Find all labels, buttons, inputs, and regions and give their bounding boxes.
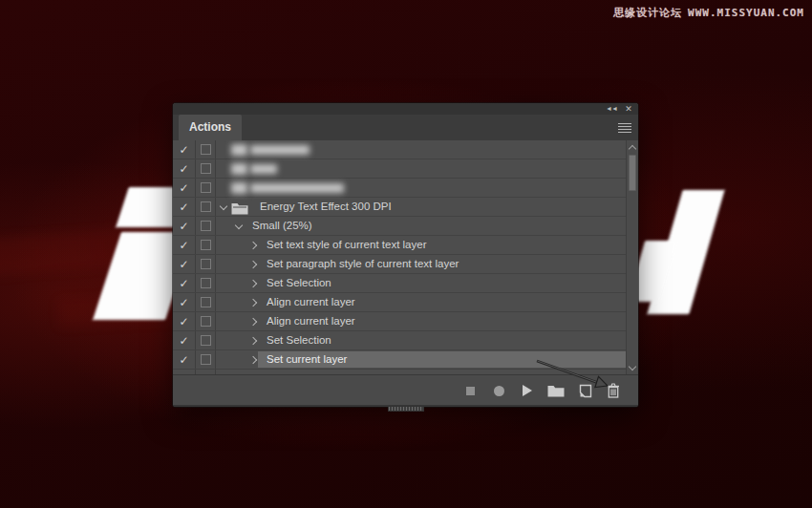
scrollbar-thumb[interactable]: [629, 155, 636, 191]
record-icon: [494, 386, 504, 396]
include-checkbox[interactable]: ✓: [173, 236, 196, 254]
check-icon: ✓: [179, 199, 188, 217]
command-row[interactable]: ✓Align current layer: [173, 312, 638, 331]
panel-titlebar[interactable]: ◄◄ ✕: [173, 103, 638, 115]
action-row[interactable]: ✓Small (25%): [173, 217, 638, 236]
row-content: Align current layer: [216, 293, 638, 311]
new-set-folder-icon: [547, 385, 565, 397]
row-label: Set current layer: [267, 350, 347, 369]
command-row[interactable]: ✓Set current layer: [173, 350, 638, 370]
action-set-row[interactable]: ✓Energy Text Effect 300 DPI: [173, 198, 638, 217]
collapse-to-icons-icon[interactable]: ◄◄: [604, 103, 619, 115]
play-button[interactable]: [518, 380, 537, 401]
dialog-toggle[interactable]: [196, 331, 216, 349]
row-label: Align current layer: [267, 293, 355, 311]
chevron-right-icon[interactable]: [249, 280, 257, 287]
chevron-down-icon[interactable]: [235, 222, 243, 229]
dialog-box-icon: [201, 354, 211, 365]
panel-bottom-edge[interactable]: [173, 405, 638, 407]
actions-panel: ◄◄ ✕ Actions ✓✓✓✓Energy Text Effect 300 …: [173, 103, 638, 407]
chevron-right-icon[interactable]: [249, 242, 257, 249]
dialog-toggle[interactable]: [196, 350, 216, 369]
dialog-toggle[interactable]: [196, 198, 216, 216]
include-checkbox[interactable]: ✓: [173, 140, 196, 159]
dialog-toggle[interactable]: [196, 293, 216, 311]
chevron-right-icon[interactable]: [249, 356, 257, 364]
check-icon: ✓: [179, 313, 188, 331]
new-action-button[interactable]: [575, 380, 594, 401]
scroll-down-icon[interactable]: [629, 363, 636, 370]
row-content: Set current layer: [216, 350, 638, 369]
include-checkbox[interactable]: ✓: [173, 198, 196, 216]
scrollbar[interactable]: [626, 140, 638, 374]
dialog-box-icon: [201, 316, 211, 327]
close-icon[interactable]: ✕: [622, 103, 635, 115]
resize-grip[interactable]: [388, 406, 424, 412]
chevron-down-icon[interactable]: [220, 202, 227, 210]
command-row[interactable]: ✓Set paragraph style of current text lay…: [173, 255, 638, 274]
command-row[interactable]: ✓Set Selection: [173, 274, 638, 293]
watermark-site-name: 思缘设计论坛: [613, 7, 682, 19]
actions-list: ✓✓✓✓Energy Text Effect 300 DPI✓Small (25…: [173, 140, 638, 374]
dialog-toggle[interactable]: [196, 140, 216, 159]
command-row[interactable]: ✓Set text style of current text layer: [173, 236, 638, 255]
include-checkbox[interactable]: ✓: [173, 179, 196, 197]
row-content: Set Selection: [216, 274, 638, 292]
command-row[interactable]: ✓Align current layer: [173, 293, 638, 312]
blurred-set-name: [250, 164, 277, 174]
stop-button[interactable]: [460, 380, 480, 401]
dialog-toggle[interactable]: [196, 255, 216, 273]
dialog-box-icon: [201, 201, 211, 212]
tab-actions[interactable]: Actions: [179, 115, 242, 140]
panel-tabbar: Actions: [173, 115, 638, 140]
panel-menu-icon[interactable]: [618, 123, 631, 133]
action-set-row[interactable]: ✓: [173, 179, 638, 198]
watermark: 思缘设计论坛WWW.MISSYUAN.COM: [613, 6, 804, 20]
blurred-set-name: [250, 145, 310, 155]
dialog-toggle[interactable]: [196, 274, 216, 292]
chevron-right-icon[interactable]: [249, 337, 257, 345]
dialog-toggle[interactable]: [196, 236, 216, 254]
include-checkbox[interactable]: ✓: [173, 217, 196, 235]
include-checkbox[interactable]: ✓: [173, 274, 196, 292]
blurred-set-icon: [231, 182, 247, 194]
dialog-box-icon: [201, 182, 211, 193]
include-checkbox[interactable]: ✓: [173, 312, 196, 330]
dialog-toggle[interactable]: [196, 217, 216, 235]
row-content: Set paragraph style of current text laye…: [216, 255, 638, 273]
include-checkbox[interactable]: ✓: [173, 159, 196, 178]
action-set-row[interactable]: ✓: [173, 159, 638, 179]
chevron-right-icon[interactable]: [249, 318, 257, 326]
delete-button[interactable]: [604, 380, 623, 401]
dialog-box-icon: [201, 163, 211, 174]
include-checkbox[interactable]: ✓: [173, 350, 196, 369]
row-content: [216, 140, 638, 159]
action-set-row[interactable]: ✓: [173, 140, 638, 159]
check-icon: ✓: [179, 160, 188, 179]
scroll-up-icon[interactable]: [629, 145, 636, 153]
dialog-box-icon: [201, 240, 211, 250]
desktop-background: 思缘设计论坛WWW.MISSYUAN.COM ◄◄ ✕ Actions ✓✓✓✓…: [0, 0, 812, 508]
check-icon: ✓: [179, 180, 188, 198]
dialog-toggle[interactable]: [196, 179, 216, 197]
blurred-set-name: [250, 183, 344, 193]
include-checkbox[interactable]: ✓: [173, 255, 196, 273]
row-label: Set Selection: [267, 274, 331, 292]
check-icon: ✓: [179, 141, 188, 159]
check-icon: ✓: [179, 256, 188, 274]
chevron-right-icon[interactable]: [249, 299, 257, 307]
include-checkbox[interactable]: ✓: [173, 331, 196, 349]
check-icon: ✓: [179, 332, 188, 350]
dialog-toggle[interactable]: [196, 312, 216, 330]
row-content: [216, 159, 638, 178]
record-button[interactable]: [489, 380, 508, 401]
include-checkbox[interactable]: ✓: [173, 293, 196, 311]
command-row[interactable]: ✓Set Selection: [173, 331, 638, 350]
chevron-right-icon[interactable]: [249, 261, 257, 268]
new-action-icon: [578, 384, 592, 398]
dialog-toggle[interactable]: [196, 159, 216, 178]
watermark-site-url: WWW.MISSYUAN.COM: [688, 7, 804, 19]
new-set-button[interactable]: [546, 380, 566, 401]
dialog-box-icon: [201, 278, 211, 288]
row-content: Align current layer: [216, 312, 638, 330]
